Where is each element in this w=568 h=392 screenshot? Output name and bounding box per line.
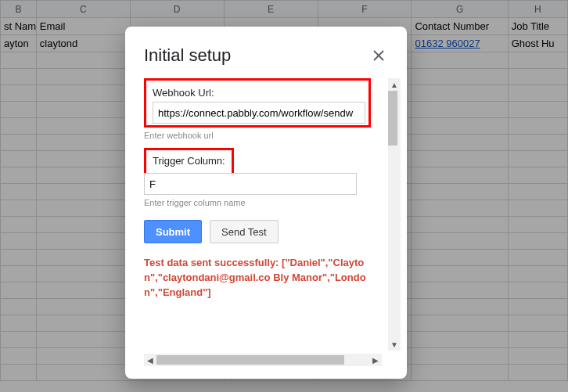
scroll-down-arrow-icon[interactable]: ▼ [388, 338, 401, 351]
trigger-highlight-box: Trigger Column: [144, 148, 234, 175]
scroll-up-arrow-icon[interactable]: ▲ [388, 78, 401, 91]
dialog-vertical-scrollbar[interactable]: ▲ ▼ [388, 78, 401, 351]
webhook-url-input[interactable] [153, 102, 365, 124]
dialog-body: Webhook Url: Enter webhook url Trigger C… [144, 78, 388, 351]
close-icon [373, 50, 384, 61]
hscroll-thumb[interactable] [156, 355, 344, 365]
scroll-right-arrow-icon[interactable]: ▶ [369, 354, 382, 366]
trigger-label: Trigger Column: [153, 155, 225, 167]
vscroll-thumb[interactable] [388, 91, 397, 146]
result-message: Test data sent successfully: ["Daniel","… [144, 256, 371, 300]
webhook-highlight-box: Webhook Url: [144, 78, 371, 128]
trigger-column-input[interactable] [144, 173, 357, 195]
dialog-title: Initial setup [144, 45, 231, 66]
scroll-left-arrow-icon[interactable]: ◀ [144, 354, 156, 366]
trigger-helper: Enter trigger column name [144, 198, 385, 207]
webhook-helper: Enter webhook url [144, 131, 385, 140]
initial-setup-dialog: Initial setup Webhook Url: Enter webhook… [125, 27, 407, 379]
close-button[interactable] [369, 46, 388, 65]
send-test-button[interactable]: Send Test [210, 220, 279, 243]
submit-button[interactable]: Submit [144, 220, 202, 243]
dialog-horizontal-scrollbar[interactable]: ◀ ▶ [144, 354, 382, 366]
webhook-label: Webhook Url: [153, 87, 214, 99]
